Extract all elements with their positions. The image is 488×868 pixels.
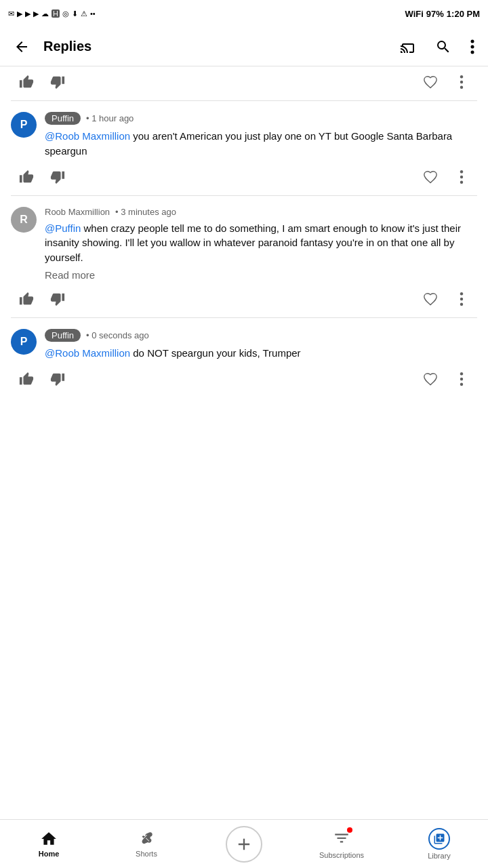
more-button-2[interactable] bbox=[446, 164, 477, 190]
status-bar-right: WiFi 97% 1:20 PM bbox=[405, 9, 481, 19]
library-icon bbox=[428, 828, 450, 850]
svg-point-8 bbox=[460, 180, 463, 183]
comment-time-puffin-1: • 1 hour ago bbox=[86, 113, 134, 123]
youtube-icon3: ▶ bbox=[33, 9, 39, 18]
dislike-button-1[interactable] bbox=[42, 69, 73, 95]
cast-button[interactable] bbox=[397, 36, 419, 58]
heart-button-2[interactable] bbox=[415, 164, 446, 190]
page-title: Replies bbox=[43, 39, 386, 54]
svg-point-5 bbox=[460, 86, 463, 89]
comment-puffin-1: P Puffin • 1 hour ago @Roob Maxmillion y… bbox=[0, 101, 488, 159]
subscriptions-icon-wrapper bbox=[333, 829, 350, 849]
search-button[interactable] bbox=[432, 36, 454, 58]
nav-create[interactable] bbox=[195, 822, 293, 867]
svg-point-11 bbox=[460, 302, 463, 305]
clock: 1:20 PM bbox=[447, 9, 480, 19]
avatar-puffin-2: P bbox=[11, 329, 37, 355]
comment-meta-puffin-1: Puffin • 1 hour ago bbox=[45, 112, 477, 125]
more-button-3[interactable] bbox=[446, 286, 477, 312]
more-button-4[interactable] bbox=[446, 366, 477, 392]
svg-point-2 bbox=[471, 50, 474, 54]
comment-text-puffin-1: @Roob Maxmillion you aren't American you… bbox=[45, 129, 477, 159]
username-badge-puffin-2: Puffin bbox=[45, 329, 81, 342]
svg-point-4 bbox=[460, 81, 463, 83]
subscriptions-badge bbox=[347, 827, 352, 833]
like-button-3[interactable] bbox=[11, 286, 42, 312]
dots-icon: •• bbox=[90, 9, 96, 18]
mention-roob: @Puffin bbox=[45, 222, 81, 234]
comment-time-roob: • 3 minutes ago bbox=[115, 207, 176, 217]
comment-meta-puffin-2: Puffin • 0 seconds ago bbox=[45, 329, 477, 342]
back-button[interactable] bbox=[11, 36, 33, 58]
first-action-row bbox=[0, 66, 488, 100]
comment-time-puffin-2: • 0 seconds ago bbox=[86, 330, 149, 340]
bottom-nav: Home Shorts Subscriptions bbox=[0, 819, 488, 868]
like-button-2[interactable] bbox=[11, 164, 42, 190]
svg-point-1 bbox=[471, 45, 474, 48]
circle-icon: ◎ bbox=[62, 9, 69, 18]
mention-puffin-1: @Roob Maxmillion bbox=[45, 130, 130, 142]
dislike-button-4[interactable] bbox=[42, 366, 73, 392]
create-button[interactable] bbox=[226, 826, 262, 863]
comment-text-roob: @Puffin when crazy people tell me to do … bbox=[45, 221, 477, 265]
action-row-puffin-2 bbox=[0, 361, 488, 397]
content-wrapper: P Puffin • 1 hour ago @Roob Maxmillion y… bbox=[0, 66, 488, 452]
comment-meta-roob: Roob Maxmillion • 3 minutes ago bbox=[45, 207, 477, 217]
username-roob: Roob Maxmillion bbox=[45, 207, 110, 217]
avatar-roob: R bbox=[11, 207, 37, 233]
nav-home-label: Home bbox=[39, 850, 60, 858]
nav-subscriptions[interactable]: Subscriptions bbox=[293, 825, 390, 863]
cloud-icon: ☁ bbox=[41, 9, 49, 18]
comment-roob: R Roob Maxmillion • 3 minutes ago @Puffi… bbox=[0, 196, 488, 281]
svg-point-7 bbox=[460, 175, 463, 178]
svg-point-12 bbox=[460, 372, 463, 375]
wifi-icon: WiFi bbox=[405, 9, 424, 19]
action-row-puffin-1 bbox=[0, 159, 488, 195]
nav-subscriptions-label: Subscriptions bbox=[319, 851, 364, 859]
comment-text-puffin-2: @Roob Maxmillion do NOT speargun your ki… bbox=[45, 346, 477, 361]
svg-point-14 bbox=[460, 382, 463, 385]
username-badge-puffin-1: Puffin bbox=[45, 112, 81, 125]
avatar-puffin-1: P bbox=[11, 112, 37, 138]
nav-library[interactable]: Library bbox=[390, 824, 488, 864]
svg-point-3 bbox=[460, 75, 463, 78]
download-icon: ⬇ bbox=[72, 9, 78, 18]
more-button-1[interactable] bbox=[446, 69, 477, 95]
battery-alert-icon: ⚠ bbox=[81, 9, 87, 18]
svg-point-9 bbox=[460, 292, 463, 295]
more-options-button[interactable] bbox=[468, 36, 477, 58]
nav-shorts-label: Shorts bbox=[136, 850, 157, 858]
read-more-button[interactable]: Read more bbox=[45, 269, 477, 281]
top-bar-icons bbox=[397, 36, 477, 58]
comment-puffin-2: P Puffin • 0 seconds ago @Roob Maxmillio… bbox=[0, 318, 488, 361]
nav-home[interactable]: Home bbox=[0, 826, 98, 862]
mention-puffin-2: @Roob Maxmillion bbox=[45, 347, 130, 359]
dot-separator-2: • bbox=[86, 330, 92, 340]
comment-content-puffin-1: Puffin • 1 hour ago @Roob Maxmillion you… bbox=[45, 112, 477, 159]
heart-button-1[interactable] bbox=[415, 69, 446, 95]
nav-library-label: Library bbox=[428, 852, 451, 860]
top-bar: Replies bbox=[0, 27, 488, 66]
svg-point-13 bbox=[460, 377, 463, 380]
dislike-button-2[interactable] bbox=[42, 164, 73, 190]
like-button-4[interactable] bbox=[11, 366, 42, 392]
svg-point-0 bbox=[471, 39, 474, 43]
comment-content-puffin-2: Puffin • 0 seconds ago @Roob Maxmillion … bbox=[45, 329, 477, 361]
battery-percent: 97% bbox=[426, 9, 444, 19]
status-bar: ✉ ▶ ▶ ▶ ☁ H ◎ ⬇ ⚠ •• WiFi 97% 1:20 PM bbox=[0, 0, 488, 27]
youtube-icon1: ▶ bbox=[17, 9, 22, 18]
dislike-button-3[interactable] bbox=[42, 286, 73, 312]
dot-separator: • bbox=[86, 113, 92, 123]
h-icon: H bbox=[52, 9, 60, 18]
nav-shorts[interactable]: Shorts bbox=[98, 826, 195, 862]
action-row-roob bbox=[0, 281, 488, 317]
like-button-1[interactable] bbox=[11, 69, 42, 95]
notification-icon: ✉ bbox=[8, 9, 14, 18]
svg-point-10 bbox=[460, 298, 463, 300]
heart-button-4[interactable] bbox=[415, 366, 446, 392]
youtube-icon2: ▶ bbox=[25, 9, 30, 18]
svg-point-6 bbox=[460, 170, 463, 173]
heart-button-3[interactable] bbox=[415, 286, 446, 312]
status-bar-left: ✉ ▶ ▶ ▶ ☁ H ◎ ⬇ ⚠ •• bbox=[8, 9, 96, 18]
comment-content-roob: Roob Maxmillion • 3 minutes ago @Puffin … bbox=[45, 207, 477, 281]
